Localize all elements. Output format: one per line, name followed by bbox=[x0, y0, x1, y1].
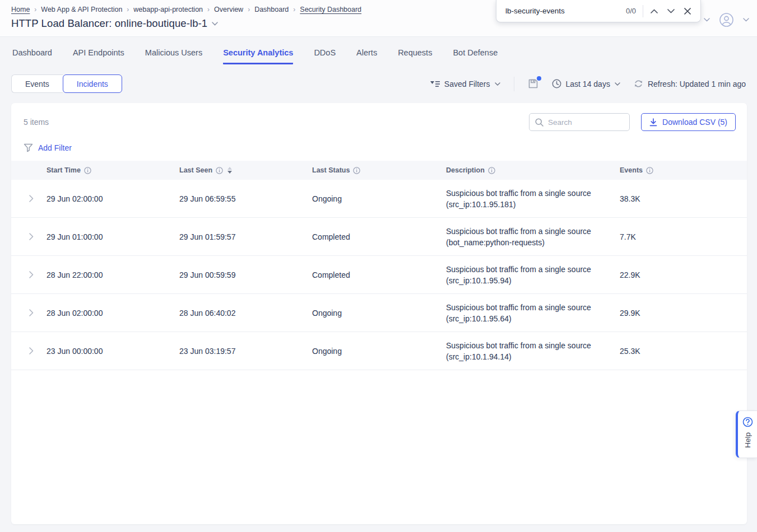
top-header: Home Web App & API Protection webapp-api… bbox=[0, 0, 757, 37]
chevron-down-icon bbox=[495, 82, 500, 86]
last-status-cell: Completed bbox=[312, 232, 446, 241]
table-row[interactable]: 28 Jun 22:00:00 29 Jun 00:59:59 Complete… bbox=[11, 256, 747, 294]
find-input[interactable] bbox=[505, 7, 623, 15]
column-header-start-time[interactable]: Start Time bbox=[47, 166, 179, 174]
events-count-cell: 22.9K bbox=[620, 270, 736, 279]
breadcrumb-overview[interactable]: Overview bbox=[214, 6, 243, 13]
find-close-icon[interactable] bbox=[679, 3, 696, 20]
chevron-down-icon bbox=[615, 82, 620, 86]
breadcrumb-dashboard[interactable]: Dashboard bbox=[254, 6, 289, 13]
row-expand-chevron-icon[interactable] bbox=[22, 271, 47, 278]
tab-alerts[interactable]: Alerts bbox=[356, 48, 377, 64]
funnel-icon bbox=[24, 143, 33, 152]
last-status-cell: Ongoing bbox=[312, 347, 446, 356]
search-box bbox=[529, 113, 630, 131]
tab-bar: Dashboard API Endpoints Malicious Users … bbox=[0, 37, 757, 64]
add-filter-button[interactable]: Add Filter bbox=[38, 143, 72, 152]
tab-dashboard[interactable]: Dashboard bbox=[12, 48, 52, 64]
namespace-chevron-icon[interactable] bbox=[704, 18, 710, 22]
incidents-card: 5 items Download CSV (5) bbox=[11, 103, 747, 524]
breadcrumb-security-dashboard[interactable]: Security Dashboard bbox=[300, 6, 361, 13]
description-line2: (src_ip:10.1.95.94) bbox=[446, 276, 512, 285]
table-row[interactable]: 29 Jun 01:00:00 29 Jun 01:59:57 Complete… bbox=[11, 218, 747, 256]
tab-api-endpoints[interactable]: API Endpoints bbox=[73, 48, 124, 64]
find-divider bbox=[643, 5, 643, 17]
row-expand-chevron-icon[interactable] bbox=[22, 195, 47, 202]
breadcrumb-separator-icon bbox=[34, 6, 36, 13]
description-line2: (bot_name:python-requests) bbox=[446, 238, 545, 247]
user-avatar-icon[interactable] bbox=[719, 12, 734, 27]
table-row[interactable]: 28 Jun 02:00:00 28 Jun 06:40:02 Ongoing … bbox=[11, 294, 747, 332]
column-label: Events bbox=[620, 166, 643, 174]
last-seen-cell: 28 Jun 06:40:02 bbox=[179, 309, 312, 318]
browser-find-bar: 0/0 bbox=[496, 0, 701, 22]
breadcrumb-namespace[interactable]: webapp-api-protection bbox=[133, 6, 203, 13]
events-toggle-button[interactable]: Events bbox=[11, 74, 63, 93]
table-row[interactable]: 23 Jun 00:00:00 23 Jun 03:19:57 Ongoing … bbox=[11, 332, 747, 370]
breadcrumb-separator-icon bbox=[207, 6, 210, 13]
last-seen-cell: 29 Jun 01:59:57 bbox=[179, 232, 312, 241]
last-status-cell: Ongoing bbox=[312, 194, 446, 203]
row-expand-chevron-icon[interactable] bbox=[22, 309, 47, 316]
column-header-description[interactable]: Description bbox=[446, 166, 620, 174]
last-status-cell: Completed bbox=[312, 270, 446, 279]
help-tab[interactable]: Help bbox=[736, 410, 757, 458]
description-line1: Suspicious bot traffic from a single sou… bbox=[446, 265, 591, 274]
column-label: Last Status bbox=[312, 166, 350, 174]
description-cell: Suspicious bot traffic from a single sou… bbox=[446, 264, 620, 286]
page-title: HTTP Load Balancer: online-boutique-lb-1 bbox=[11, 17, 207, 30]
tab-malicious-users[interactable]: Malicious Users bbox=[145, 48, 202, 64]
description-cell: Suspicious bot traffic from a single sou… bbox=[446, 226, 620, 248]
title-dropdown-chevron-icon[interactable] bbox=[212, 22, 218, 26]
search-icon bbox=[535, 118, 544, 127]
tab-security-analytics[interactable]: Security Analytics bbox=[223, 48, 293, 64]
start-time-cell: 29 Jun 01:00:00 bbox=[47, 232, 179, 241]
info-icon bbox=[646, 167, 653, 174]
breadcrumb-waap[interactable]: Web App & API Protection bbox=[41, 6, 122, 13]
description-cell: Suspicious bot traffic from a single sou… bbox=[446, 302, 620, 324]
table-row[interactable]: 29 Jun 02:00:00 29 Jun 06:59:55 Ongoing … bbox=[11, 180, 747, 218]
breadcrumb-home[interactable]: Home bbox=[11, 6, 30, 13]
column-header-last-seen[interactable]: Last Seen bbox=[179, 166, 312, 174]
last-seen-cell: 23 Jun 03:19:57 bbox=[179, 347, 312, 356]
info-icon bbox=[488, 167, 495, 174]
find-next-icon[interactable] bbox=[662, 3, 679, 20]
tab-requests[interactable]: Requests bbox=[398, 48, 432, 64]
download-csv-button[interactable]: Download CSV (5) bbox=[641, 113, 736, 131]
search-input[interactable] bbox=[548, 118, 624, 127]
time-range-dropdown[interactable]: Last 14 days bbox=[552, 79, 620, 88]
account-chevron-icon[interactable] bbox=[743, 18, 749, 22]
tab-ddos[interactable]: DDoS bbox=[314, 48, 336, 64]
breadcrumb-separator-icon bbox=[248, 6, 250, 13]
description-line1: Suspicious bot traffic from a single sou… bbox=[446, 227, 591, 236]
row-expand-chevron-icon[interactable] bbox=[22, 233, 47, 240]
events-count-cell: 38.3K bbox=[620, 194, 736, 203]
incidents-toggle-button[interactable]: Incidents bbox=[63, 74, 122, 93]
column-header-events[interactable]: Events bbox=[620, 166, 736, 174]
help-label: Help bbox=[744, 432, 752, 448]
column-label: Last Seen bbox=[179, 166, 212, 174]
refresh-button[interactable]: Refresh: Updated 1 min ago bbox=[634, 79, 746, 88]
tab-bot-defense[interactable]: Bot Defense bbox=[453, 48, 498, 64]
saved-filters-dropdown[interactable]: Saved Filters bbox=[430, 80, 500, 88]
start-time-cell: 29 Jun 02:00:00 bbox=[47, 194, 179, 203]
events-count-cell: 25.3K bbox=[620, 347, 736, 356]
info-icon bbox=[84, 167, 91, 174]
last-seen-cell: 29 Jun 00:59:59 bbox=[179, 270, 312, 279]
events-count-cell: 7.7K bbox=[620, 232, 736, 241]
help-question-icon bbox=[742, 417, 753, 427]
description-cell: Suspicious bot traffic from a single sou… bbox=[446, 188, 620, 210]
breadcrumb-separator-icon bbox=[293, 6, 295, 13]
column-header-last-status[interactable]: Last Status bbox=[312, 166, 446, 174]
info-icon bbox=[353, 167, 360, 174]
description-line1: Suspicious bot traffic from a single sou… bbox=[446, 303, 591, 312]
find-previous-icon[interactable] bbox=[645, 3, 662, 20]
row-expand-chevron-icon[interactable] bbox=[22, 347, 47, 354]
find-match-count: 0/0 bbox=[626, 7, 636, 15]
download-csv-label: Download CSV (5) bbox=[662, 118, 727, 127]
last-status-cell: Ongoing bbox=[312, 309, 446, 318]
save-filter-button[interactable] bbox=[528, 78, 538, 89]
sort-descending-icon[interactable] bbox=[227, 167, 232, 174]
saved-filters-label: Saved Filters bbox=[444, 80, 490, 88]
add-filter-row: Add Filter bbox=[11, 131, 747, 161]
